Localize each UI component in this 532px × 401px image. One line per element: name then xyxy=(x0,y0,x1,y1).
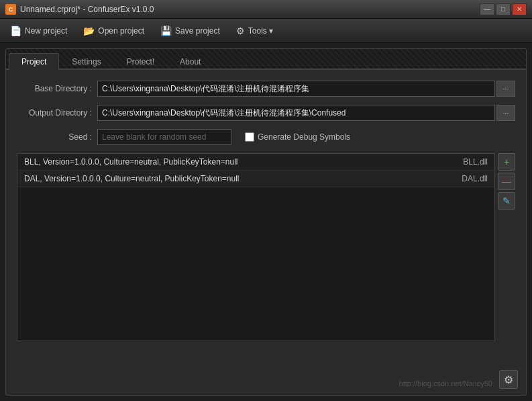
main-area: Project Settings Protect! About Base Dir… xyxy=(0,43,532,401)
maximize-button[interactable]: □ xyxy=(496,3,511,15)
tab-settings[interactable]: Settings xyxy=(59,53,113,70)
watermark-text: http://blog.csdn.net/Nancy50 xyxy=(399,380,492,388)
new-project-icon: 📄 xyxy=(10,26,21,36)
side-buttons: + — ✎ xyxy=(498,153,515,341)
tools-button[interactable]: ⚙ Tools ▾ xyxy=(229,21,280,40)
close-button[interactable]: ✕ xyxy=(512,3,527,15)
remove-assembly-button[interactable]: — xyxy=(498,173,515,190)
title-bar-controls: — □ ✕ xyxy=(480,3,527,15)
assembly-name: DAL, Version=1.0.0.0, Culture=neutral, P… xyxy=(24,174,240,183)
generate-debug-label: Generate Debug Symbols xyxy=(258,132,350,142)
seed-label: Seed : xyxy=(17,132,97,142)
tab-protect[interactable]: Protect! xyxy=(114,53,167,70)
save-project-icon: 💾 xyxy=(160,26,172,36)
tab-about[interactable]: About xyxy=(167,53,213,70)
output-directory-browse-button[interactable]: ··· xyxy=(496,105,515,121)
debug-symbols-area: Generate Debug Symbols xyxy=(245,132,350,142)
assembly-file: BLL.dll xyxy=(463,157,488,167)
generate-debug-checkbox[interactable] xyxy=(245,132,254,142)
open-project-button[interactable]: 📂 Open project xyxy=(76,21,152,40)
assembly-name: BLL, Version=1.0.0.0, Culture=neutral, P… xyxy=(24,157,238,167)
tab-bar: Project Settings Protect! About xyxy=(6,49,526,70)
base-directory-row: Base Directory : ··· xyxy=(17,81,515,97)
title-bar: C Unnamed.crproj* - ConfuserEx v1.0.0 — … xyxy=(0,0,532,19)
toolbar: 📄 New project 📂 Open project 💾 Save proj… xyxy=(0,19,532,43)
base-directory-label: Base Directory : xyxy=(17,84,97,93)
seed-row: Seed : Generate Debug Symbols xyxy=(17,129,515,145)
project-tab-content: Base Directory : ··· Output Directory : … xyxy=(6,70,526,352)
output-directory-row: Output Directory : ··· xyxy=(17,105,515,121)
output-directory-label: Output Directory : xyxy=(17,108,97,118)
assembly-file: DAL.dll xyxy=(462,174,488,183)
add-assembly-button[interactable]: + xyxy=(498,153,515,171)
base-directory-browse-button[interactable]: ··· xyxy=(496,81,515,97)
edit-assembly-button[interactable]: ✎ xyxy=(498,192,515,210)
tab-panel: Base Directory : ··· Output Directory : … xyxy=(6,70,526,394)
assembly-row[interactable]: BLL, Version=1.0.0.0, Culture=neutral, P… xyxy=(17,154,494,171)
save-project-button[interactable]: 💾 Save project xyxy=(153,21,227,40)
assembly-row[interactable]: DAL, Version=1.0.0.0, Culture=neutral, P… xyxy=(17,171,494,187)
gear-button[interactable]: ⚙ xyxy=(499,370,518,389)
app-icon: C xyxy=(5,4,16,15)
open-project-icon: 📂 xyxy=(83,26,95,36)
tab-project[interactable]: Project xyxy=(9,53,59,70)
minimize-button[interactable]: — xyxy=(480,3,494,15)
title-bar-text: Unnamed.crproj* - ConfuserEx v1.0.0 xyxy=(20,5,480,14)
assembly-list-area: BLL, Version=1.0.0.0, Culture=neutral, P… xyxy=(17,153,515,341)
tools-icon: ⚙ xyxy=(236,26,245,36)
new-project-button[interactable]: 📄 New project xyxy=(3,21,74,40)
seed-input[interactable] xyxy=(97,129,231,145)
output-directory-input[interactable] xyxy=(97,105,495,121)
base-directory-input[interactable] xyxy=(97,81,495,97)
tab-container: Project Settings Protect! About Base Dir… xyxy=(5,48,527,396)
assembly-list: BLL, Version=1.0.0.0, Culture=neutral, P… xyxy=(17,153,495,341)
